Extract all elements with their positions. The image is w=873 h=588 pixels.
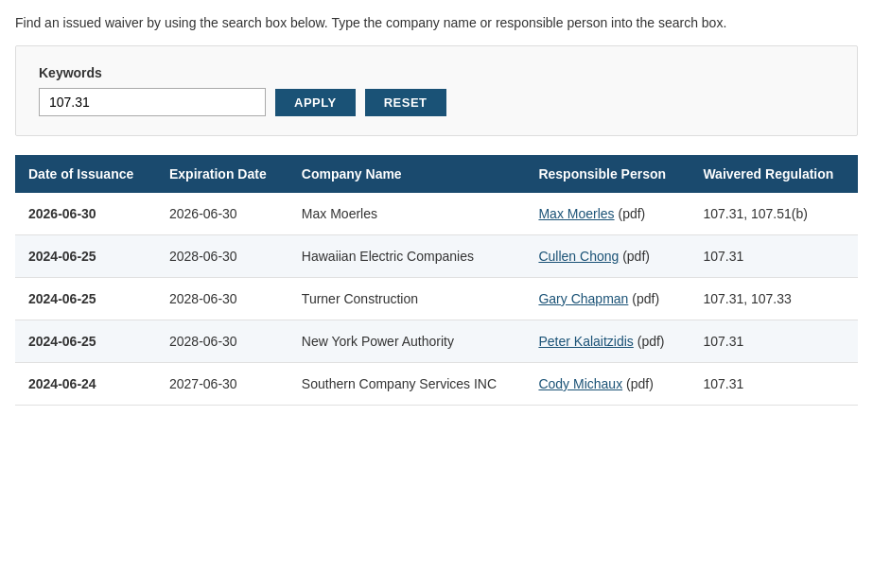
cell-date-of-issuance: 2024-06-25 — [15, 235, 156, 278]
cell-waivered-regulation: 107.31, 107.33 — [690, 278, 858, 320]
col-header-date-of-issuance: Date of Issuance — [15, 155, 156, 193]
responsible-person-link[interactable]: Peter Kalaitzidis — [538, 334, 633, 349]
responsible-person-link[interactable]: Cullen Chong — [538, 249, 619, 264]
apply-button[interactable]: APPLY — [275, 89, 356, 116]
table-row: 2024-06-252028-06-30Turner ConstructionG… — [15, 278, 858, 320]
table-row: 2026-06-302026-06-30Max MoerlesMax Moerl… — [15, 193, 858, 235]
responsible-person-link[interactable]: Gary Chapman — [538, 291, 628, 306]
cell-expiration-date: 2026-06-30 — [156, 193, 288, 235]
cell-expiration-date: 2028-06-30 — [156, 278, 288, 320]
cell-waivered-regulation: 107.31, 107.51(b) — [690, 193, 858, 235]
search-row: APPLY RESET — [39, 88, 834, 116]
cell-company-name: New York Power Authority — [288, 320, 526, 363]
reset-button[interactable]: RESET — [365, 89, 446, 116]
search-panel: Keywords APPLY RESET — [15, 45, 858, 136]
table-row: 2024-06-252028-06-30Hawaiian Electric Co… — [15, 235, 858, 278]
table-row: 2024-06-252028-06-30New York Power Autho… — [15, 320, 858, 363]
cell-expiration-date: 2027-06-30 — [156, 363, 288, 406]
waivers-table: Date of Issuance Expiration Date Company… — [15, 155, 858, 406]
search-input[interactable] — [39, 88, 266, 116]
cell-date-of-issuance: 2026-06-30 — [15, 193, 156, 235]
cell-company-name: Max Moerles — [288, 193, 526, 235]
keywords-label: Keywords — [39, 65, 834, 80]
cell-waivered-regulation: 107.31 — [690, 235, 858, 278]
col-header-waivered-regulation: Waivered Regulation — [690, 155, 858, 193]
table-header-row: Date of Issuance Expiration Date Company… — [15, 155, 858, 193]
cell-date-of-issuance: 2024-06-24 — [15, 363, 156, 406]
cell-responsible-person: Gary Chapman (pdf) — [525, 278, 690, 320]
cell-company-name: Turner Construction — [288, 278, 526, 320]
cell-waivered-regulation: 107.31 — [690, 363, 858, 406]
table-row: 2024-06-242027-06-30Southern Company Ser… — [15, 363, 858, 406]
cell-responsible-person: Cullen Chong (pdf) — [525, 235, 690, 278]
cell-responsible-person: Peter Kalaitzidis (pdf) — [525, 320, 690, 363]
cell-company-name: Hawaiian Electric Companies — [288, 235, 526, 278]
cell-waivered-regulation: 107.31 — [690, 320, 858, 363]
col-header-company-name: Company Name — [288, 155, 526, 193]
cell-date-of-issuance: 2024-06-25 — [15, 320, 156, 363]
responsible-person-link[interactable]: Cody Michaux — [538, 376, 622, 391]
cell-expiration-date: 2028-06-30 — [156, 235, 288, 278]
cell-company-name: Southern Company Services INC — [288, 363, 526, 406]
cell-expiration-date: 2028-06-30 — [156, 320, 288, 363]
cell-responsible-person: Cody Michaux (pdf) — [525, 363, 690, 406]
cell-date-of-issuance: 2024-06-25 — [15, 278, 156, 320]
responsible-person-link[interactable]: Max Moerles — [538, 206, 614, 221]
col-header-responsible-person: Responsible Person — [525, 155, 690, 193]
cell-responsible-person: Max Moerles (pdf) — [525, 193, 690, 235]
col-header-expiration-date: Expiration Date — [156, 155, 288, 193]
intro-text: Find an issued waiver by using the searc… — [15, 15, 858, 30]
